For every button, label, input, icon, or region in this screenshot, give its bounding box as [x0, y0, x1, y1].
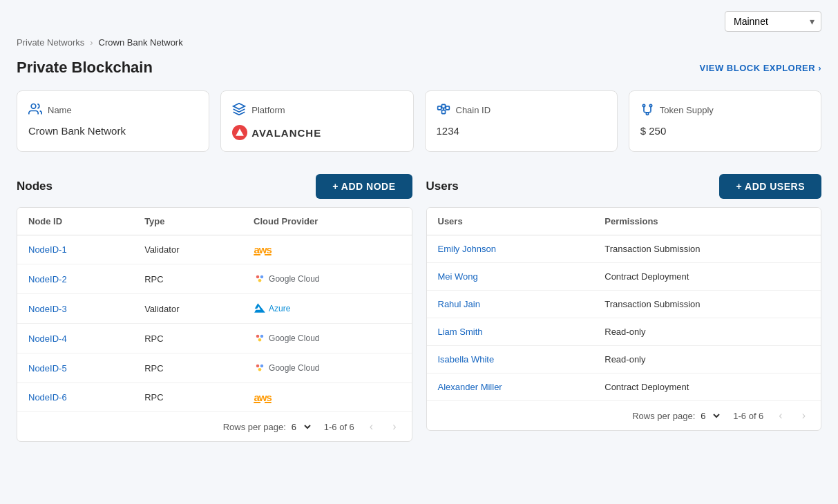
table-row: NodeID-3 Validator Azure	[17, 294, 412, 324]
svg-point-21	[260, 365, 264, 368]
node-type-cell: Validator	[133, 294, 242, 324]
chain-icon	[437, 102, 450, 118]
user-name-cell: Rahul Jain	[427, 291, 594, 318]
nodes-table-wrap: Node ID Type Cloud Provider NodeID-1 Val…	[17, 207, 412, 442]
fork-icon	[640, 102, 654, 118]
table-row: Rahul Jain Transaction Submission	[427, 291, 821, 318]
nodes-next-button[interactable]: ›	[388, 419, 400, 434]
users-pagination-info: 1-6 of 6	[733, 411, 763, 421]
node-provider-cell: Google Cloud	[242, 264, 411, 294]
table-row: Liam Smith Read-only	[427, 318, 821, 346]
users-section: Users + ADD USERS Users Permissions Emil…	[426, 174, 822, 442]
users-table-wrap: Users Permissions Emily Johnson Transact…	[426, 207, 822, 431]
node-id-link[interactable]: NodeID-5	[28, 363, 67, 374]
info-card-chain-value: 1234	[437, 125, 606, 137]
nodes-rows-select[interactable]: 6 10 25	[289, 421, 313, 433]
users-section-title: Users	[426, 180, 459, 193]
info-card-platform-value: AVALANCHE	[232, 125, 401, 140]
svg-point-19	[258, 338, 262, 342]
node-id-cell: NodeID-5	[17, 353, 133, 383]
svg-rect-2	[437, 106, 441, 110]
users-rows-select[interactable]: 6 10 25	[698, 410, 722, 422]
node-provider-cell: Azure	[242, 294, 411, 324]
svg-point-22	[258, 368, 262, 371]
info-card-token-label: Token Supply	[660, 105, 714, 115]
svg-point-0	[31, 104, 36, 109]
svg-rect-4	[441, 104, 445, 108]
node-id-link[interactable]: NodeID-3	[28, 304, 67, 314]
info-card-platform: Platform AVALANCHE	[220, 90, 413, 152]
info-card-chain-label: Chain ID	[456, 105, 491, 115]
nodes-table-footer: Rows per page: 6 10 25 1-6 of 6 ‹ ›	[17, 411, 412, 441]
users-col-name: Users	[427, 208, 594, 235]
table-row: NodeID-6 RPC aws	[17, 383, 412, 412]
users-rows-label: Rows per page:	[632, 411, 695, 421]
google-cloud-logo: Google Cloud	[254, 362, 319, 374]
node-type-cell: Validator	[133, 235, 242, 264]
user-name-cell: Liam Smith	[427, 318, 594, 346]
user-name-link[interactable]: Mei Wong	[438, 271, 478, 282]
users-next-button[interactable]: ›	[798, 408, 810, 423]
node-id-cell: NodeID-4	[17, 324, 133, 353]
node-id-link[interactable]: NodeID-1	[28, 244, 67, 255]
user-permission-cell: Read-only	[593, 318, 821, 346]
info-card-name: Name Crown Bank Network	[17, 90, 209, 152]
user-permission-cell: Contract Deployment	[593, 374, 821, 401]
users-col-permissions: Permissions	[593, 208, 821, 235]
add-users-button[interactable]: + ADD USERS	[719, 174, 821, 199]
breadcrumb-current: Crown Bank Network	[99, 37, 183, 48]
table-row: Isabella White Read-only	[427, 346, 821, 374]
node-provider-cell: aws	[242, 235, 411, 264]
user-name-cell: Alexander Miller	[427, 374, 594, 401]
svg-point-14	[256, 275, 260, 279]
info-card-name-value: Crown Bank Network	[28, 125, 198, 137]
add-node-button[interactable]: + ADD NODE	[316, 174, 412, 199]
node-id-link[interactable]: NodeID-4	[28, 333, 67, 344]
breadcrumb-separator: ›	[90, 37, 93, 48]
node-type-cell: RPC	[133, 353, 242, 383]
nodes-col-id: Node ID	[17, 208, 133, 235]
svg-point-15	[260, 275, 264, 279]
node-provider-cell: Google Cloud	[242, 324, 411, 353]
table-row: NodeID-5 RPC Google Cloud	[17, 353, 412, 383]
page-title: Private Blockchain	[17, 59, 153, 77]
node-type-cell: RPC	[133, 264, 242, 294]
user-name-link[interactable]: Rahul Jain	[438, 299, 480, 309]
info-card-token-supply: Token Supply $ 250	[629, 90, 821, 152]
svg-point-17	[256, 335, 260, 338]
nodes-section: Nodes + ADD NODE Node ID Type Cloud Prov…	[17, 174, 412, 442]
table-row: Alexander Miller Contract Deployment	[427, 374, 821, 401]
node-id-cell: NodeID-1	[17, 235, 133, 264]
network-selector[interactable]: Mainnet Testnet	[725, 11, 821, 32]
svg-point-20	[256, 365, 260, 368]
nodes-prev-button[interactable]: ‹	[365, 419, 377, 434]
user-permission-cell: Transaction Submission	[593, 291, 821, 318]
layers-icon	[232, 102, 246, 118]
user-name-link[interactable]: Isabella White	[438, 354, 495, 365]
node-id-link[interactable]: NodeID-2	[28, 274, 67, 284]
nodes-col-provider: Cloud Provider	[242, 208, 411, 235]
google-cloud-logo: Google Cloud	[254, 273, 319, 285]
node-type-cell: RPC	[133, 383, 242, 412]
users-prev-button[interactable]: ‹	[774, 408, 786, 423]
view-block-explorer-link[interactable]: VIEW BLOCK EXPLORER ›	[699, 63, 821, 73]
nodes-rows-label: Rows per page:	[223, 422, 286, 432]
user-name-link[interactable]: Alexander Miller	[438, 382, 502, 392]
info-cards: Name Crown Bank Network Platform	[17, 90, 821, 152]
nodes-pagination-info: 1-6 of 6	[324, 422, 354, 432]
node-provider-cell: Google Cloud	[242, 353, 411, 383]
svg-point-10	[649, 104, 651, 106]
svg-point-9	[642, 104, 645, 106]
nodes-table: Node ID Type Cloud Provider NodeID-1 Val…	[17, 208, 412, 411]
node-id-link[interactable]: NodeID-6	[28, 392, 67, 403]
aws-logo: aws	[254, 391, 272, 403]
nodes-section-title: Nodes	[17, 180, 53, 193]
breadcrumb-parent[interactable]: Private Networks	[17, 37, 84, 48]
user-name-cell: Mei Wong	[427, 263, 594, 291]
table-row: Mei Wong Contract Deployment	[427, 263, 821, 291]
user-permission-cell: Transaction Submission	[593, 235, 821, 263]
info-card-chain-id: Chain ID 1234	[425, 90, 618, 152]
user-name-link[interactable]: Emily Johnson	[438, 244, 497, 254]
user-name-link[interactable]: Liam Smith	[438, 327, 483, 337]
users-icon	[28, 102, 42, 118]
